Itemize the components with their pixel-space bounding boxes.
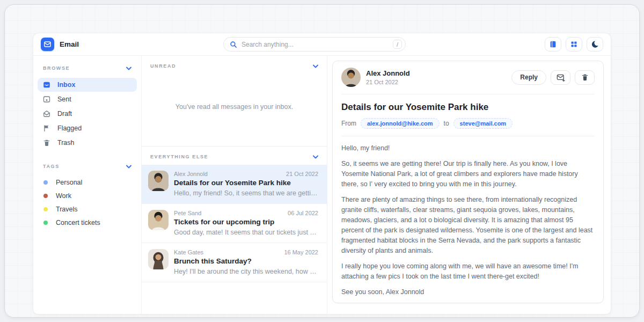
sidebar-item-label: Inbox: [57, 81, 75, 89]
email-app-card: Email /: [33, 33, 611, 314]
from-to-row: From alex.jonnold@hike.com to steve@mail…: [341, 118, 595, 136]
top-actions: [545, 37, 603, 52]
tags-section-header[interactable]: TAGS: [38, 159, 137, 175]
sidebar-item-trash[interactable]: Trash: [38, 136, 137, 150]
chevron-down-icon[interactable]: [313, 155, 318, 159]
chevron-down-icon[interactable]: [126, 165, 131, 169]
chevron-down-icon[interactable]: [313, 64, 318, 68]
to-label: to: [444, 120, 449, 127]
sidebar-item-inbox[interactable]: Inbox: [38, 78, 137, 92]
app-title: Email: [60, 40, 79, 48]
tag-color-dot: [43, 221, 48, 225]
tag-label: Personal: [56, 179, 82, 186]
email-subject: Details for our Yosemite Park hike: [341, 102, 595, 113]
tag-item-work[interactable]: Work: [38, 189, 137, 202]
avatar: [148, 249, 169, 269]
sidebar-item-draft[interactable]: Draft: [38, 107, 137, 121]
detail-sender-name: Alex Jonnold: [366, 69, 410, 77]
email-paragraph: So, it seems we are getting there! Our t…: [341, 159, 595, 189]
brand: Email: [41, 38, 223, 51]
main-content: BROWSE Inbox Sent: [33, 56, 611, 314]
email-paragraph: I really hope you love coming along with…: [341, 261, 595, 282]
sidebar-item-label: Trash: [57, 139, 75, 147]
email-paragraph: See you soon, Alex Jonnold: [341, 287, 595, 297]
apps-grid-button[interactable]: [566, 37, 582, 52]
message-row-alex-jonnold[interactable]: Alex Jonnold 21 Oct 2022 Details for our…: [142, 165, 327, 204]
detail-header: Alex Jonnold 21 Oct 2022 Reply: [341, 61, 595, 94]
email-paragraph: Hello, my friend!: [341, 143, 595, 153]
search-icon: [230, 41, 237, 48]
reply-button[interactable]: Reply: [511, 70, 546, 85]
message-row-pete-sand[interactable]: Pete Sand 06 Jul 2022 Tickets for our up…: [142, 204, 327, 243]
sidebar: BROWSE Inbox Sent: [33, 56, 142, 314]
envelope-forward-icon: [557, 74, 565, 82]
from-email-badge[interactable]: alex.jonnold@hike.com: [361, 118, 440, 129]
email-body: Hello, my friend! So, it seems we are ge…: [341, 136, 595, 303]
tag-label: Travels: [56, 206, 78, 213]
tag-item-personal[interactable]: Personal: [38, 175, 137, 189]
email-paragraph: There are plenty of amazing things to se…: [341, 195, 595, 256]
dark-mode-button[interactable]: [587, 37, 603, 52]
inbox-icon: [43, 81, 50, 89]
sidebar-item-flagged[interactable]: Flagged: [38, 121, 137, 135]
tag-color-dot: [43, 207, 48, 211]
sidebar-item-label: Draft: [57, 110, 72, 118]
email-detail-card: Alex Jonnold 21 Oct 2022 Reply: [332, 61, 604, 303]
everything-else-header[interactable]: EVERYTHING ELSE: [142, 147, 327, 165]
message-row-kate-gates[interactable]: Kate Gates 16 May 2022 Brunch this Satur…: [142, 243, 327, 282]
app-window: Email /: [4, 4, 640, 318]
detail-date: 21 Oct 2022: [366, 79, 410, 85]
tag-item-travels[interactable]: Travels: [38, 202, 137, 216]
message-subject: Brunch this Saturday?: [174, 257, 318, 265]
message-sender: Kate Gates: [174, 249, 203, 255]
trash-icon: [581, 74, 589, 81]
sidebar-item-label: Sent: [57, 96, 71, 103]
tag-label: Concert tickets: [56, 219, 100, 226]
message-date: 06 Jul 2022: [288, 210, 318, 216]
delete-email-button[interactable]: [575, 70, 595, 85]
unread-section: UNREAD You've read all messages in your …: [142, 56, 327, 147]
flag-icon: [43, 125, 50, 132]
detail-actions: Reply: [511, 70, 595, 85]
avatar: [341, 68, 361, 87]
unread-section-header[interactable]: UNREAD: [142, 56, 327, 73]
message-subject: Details for our Yosemite Park hike: [174, 179, 318, 187]
sidebar-item-sent[interactable]: Sent: [38, 92, 137, 106]
from-label: From: [341, 120, 356, 127]
message-preview: Good day, mate! It seems that our ticket…: [174, 229, 318, 236]
unread-empty-message: You've read all messages in your inbox.: [142, 73, 327, 146]
browse-label: BROWSE: [43, 65, 70, 71]
trash-icon: [43, 139, 50, 147]
search-field[interactable]: [241, 41, 389, 48]
sidebar-item-label: Flagged: [57, 125, 82, 132]
forward-email-button[interactable]: [551, 70, 570, 85]
everything-else-label: EVERYTHING ELSE: [150, 154, 208, 159]
message-date: 21 Oct 2022: [286, 171, 318, 177]
message-preview: Hey! I'll be around the city this weeken…: [174, 268, 318, 275]
grid-icon: [570, 40, 578, 48]
message-list-column: UNREAD You've read all messages in your …: [142, 56, 327, 314]
chevron-down-icon[interactable]: [126, 67, 131, 70]
message-date: 16 May 2022: [284, 249, 318, 255]
unread-label: UNREAD: [150, 63, 176, 69]
message-sender: Alex Jonnold: [174, 171, 208, 177]
book-icon: [549, 40, 557, 48]
to-email-badge[interactable]: steve@mail.com: [453, 118, 513, 129]
avatar: [148, 210, 169, 230]
email-detail-column: Alex Jonnold 21 Oct 2022 Reply: [327, 56, 611, 314]
top-bar: Email /: [33, 33, 611, 56]
book-button[interactable]: [545, 37, 561, 52]
message-preview: Hello, my friend! So, it seems that we a…: [174, 189, 318, 197]
avatar: [148, 171, 169, 191]
moon-icon: [591, 40, 599, 48]
tag-color-dot: [43, 194, 48, 198]
message-subject: Tickets for our upcoming trip: [174, 218, 318, 226]
tag-item-concert-tickets[interactable]: Concert tickets: [38, 216, 137, 229]
tag-color-dot: [43, 180, 48, 185]
email-logo-icon: [41, 38, 54, 51]
tag-label: Work: [56, 192, 71, 200]
search-input[interactable]: /: [223, 37, 406, 52]
browse-section-header[interactable]: BROWSE: [38, 61, 137, 77]
draft-icon: [43, 110, 50, 118]
search-shortcut-key: /: [393, 40, 402, 49]
